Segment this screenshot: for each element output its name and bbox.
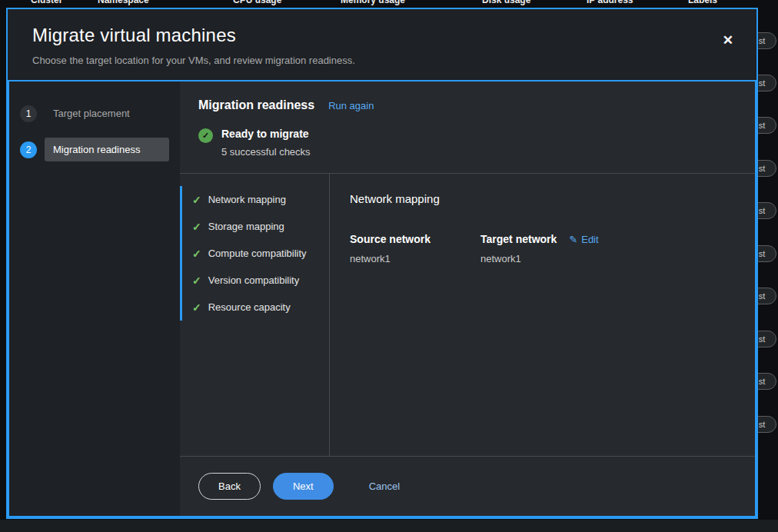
target-network-value: network1 (480, 253, 611, 264)
wizard-footer: Back Next Cancel (180, 456, 755, 516)
readiness-header: Migration readiness Run again ✓ Ready to… (180, 81, 755, 174)
column-header-ip-address: IP address (587, 0, 633, 5)
target-network-column: Target network ✎ Edit network1 (480, 233, 611, 264)
step-label: Target placement (45, 101, 138, 125)
check-label: Resource capacity (208, 301, 291, 313)
source-network-label: Source network (350, 233, 431, 245)
readiness-panel: ✓ Network mapping ✓ Storage mapping ✓ Co… (180, 174, 755, 456)
detail-title: Network mapping (350, 192, 735, 205)
check-label: Compute compatibility (208, 248, 307, 259)
column-header-cpu-usage: CPU usage (233, 0, 281, 5)
background-table-row (0, 520, 778, 532)
column-header-labels: Labels (688, 0, 717, 5)
run-again-link[interactable]: Run again (328, 100, 374, 111)
column-header-cluster: Cluster (31, 0, 62, 5)
step-label: Migration readiness (45, 138, 169, 161)
wizard-body: 1 Target placement 2 Migration readiness… (8, 80, 756, 517)
pencil-icon: ✎ (569, 234, 577, 245)
check-item-resource-capacity[interactable]: ✓ Resource capacity (182, 294, 329, 321)
cancel-button[interactable]: Cancel (369, 480, 400, 492)
checks-list: ✓ Network mapping ✓ Storage mapping ✓ Co… (180, 186, 329, 321)
column-header-disk-usage: Disk usage (482, 0, 530, 5)
success-check-icon: ✓ (198, 128, 213, 143)
edit-mapping-link[interactable]: ✎ Edit (569, 234, 598, 245)
readiness-status: ✓ Ready to migrate 5 successful checks (198, 128, 736, 158)
step-migration-readiness[interactable]: 2 Migration readiness (9, 135, 180, 165)
check-item-compute-compatibility[interactable]: ✓ Compute compatibility (182, 240, 329, 267)
column-header-memory-usage: Memory usage (341, 0, 405, 5)
check-item-network-mapping[interactable]: ✓ Network mapping (182, 186, 329, 213)
check-label: Version compatibility (208, 274, 300, 286)
readiness-title: Migration readiness (198, 98, 314, 112)
check-label: Network mapping (208, 194, 286, 205)
checks-list-panel: ✓ Network mapping ✓ Storage mapping ✓ Co… (180, 174, 330, 456)
check-item-storage-mapping[interactable]: ✓ Storage mapping (182, 213, 329, 240)
next-button[interactable]: Next (273, 473, 334, 500)
check-success-icon: ✓ (192, 275, 201, 286)
check-item-version-compatibility[interactable]: ✓ Version compatibility (182, 267, 329, 294)
step-target-placement[interactable]: 1 Target placement (9, 98, 180, 128)
modal-subtitle: Choose the target location for your VMs,… (32, 55, 732, 66)
background-table-header: Cluster Namespace CPU usage Memory usage… (0, 0, 778, 5)
wizard-steps-nav: 1 Target placement 2 Migration readiness (9, 81, 180, 516)
check-success-icon: ✓ (192, 221, 201, 232)
back-button[interactable]: Back (198, 473, 261, 500)
check-detail-panel: Network mapping Source network network1 … (330, 174, 755, 456)
check-success-icon: ✓ (192, 195, 201, 205)
source-network-value: network1 (350, 253, 480, 264)
check-label: Storage mapping (208, 221, 284, 232)
wizard-main-panel: Migration readiness Run again ✓ Ready to… (180, 81, 755, 516)
check-success-icon: ✓ (192, 248, 201, 259)
column-header-namespace: Namespace (98, 0, 149, 5)
source-network-column: Source network network1 (350, 233, 480, 264)
target-network-label: Target network (480, 233, 557, 245)
modal-header: Migrate virtual machines Choose the targ… (8, 9, 756, 80)
edit-link-label: Edit (581, 234, 598, 245)
step-number-badge: 1 (20, 105, 37, 122)
close-icon[interactable]: ✕ (723, 34, 733, 47)
status-detail: 5 successful checks (221, 146, 311, 158)
check-success-icon: ✓ (192, 302, 201, 313)
migrate-vms-modal: Migrate virtual machines Choose the targ… (6, 8, 758, 519)
step-number-badge: 2 (20, 141, 37, 158)
modal-title: Migrate virtual machines (32, 25, 732, 46)
status-title: Ready to migrate (221, 128, 311, 140)
